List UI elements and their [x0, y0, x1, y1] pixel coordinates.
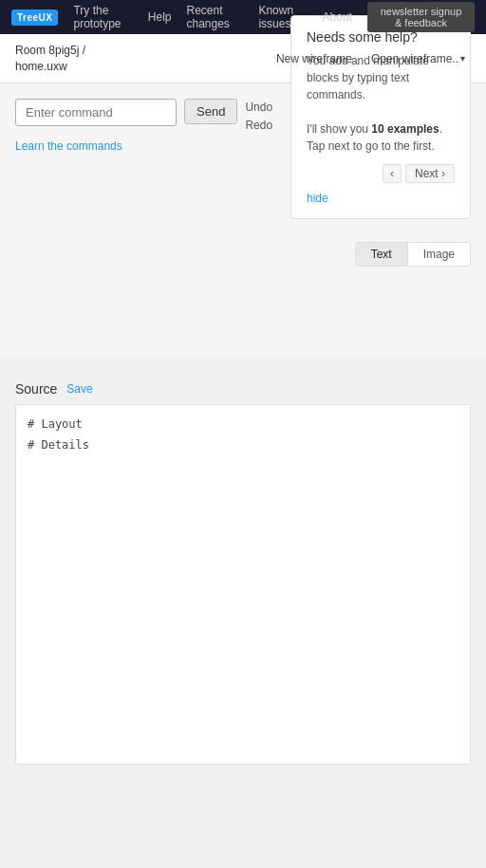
send-button[interactable]: Send: [184, 99, 237, 124]
help-next-button[interactable]: Next ›: [405, 164, 455, 183]
nav-known-issues[interactable]: Known issues: [258, 4, 307, 30]
main-content: Needs some help? You add and manipulate …: [0, 83, 486, 359]
new-wireframe-button[interactable]: New wireframe: [271, 48, 358, 69]
nav-try-prototype[interactable]: Try the prototype: [73, 4, 132, 30]
tab-text[interactable]: Text: [355, 242, 408, 267]
help-prev-button[interactable]: ‹: [383, 164, 402, 183]
nav-about[interactable]: About: [323, 10, 352, 24]
breadcrumb: Room 8pig5j / home.uxw: [15, 43, 85, 75]
navbar: TreeUX Try the prototype Help Recent cha…: [0, 0, 486, 34]
command-input-row: Send Undo Redo: [15, 99, 290, 135]
open-wireframe-button[interactable]: Open wireframe.. ▾: [365, 48, 471, 69]
chevron-down-icon: ▾: [460, 53, 465, 64]
source-title: Source: [15, 381, 57, 397]
learn-commands-link[interactable]: Learn the commands: [15, 139, 122, 153]
redo-button[interactable]: Redo: [245, 117, 272, 135]
newsletter-button[interactable]: newsletter signup & feedback: [367, 2, 475, 32]
command-help-row: Needs some help? You add and manipulate …: [15, 99, 471, 219]
source-header: Source Save: [15, 381, 471, 397]
nav-help[interactable]: Help: [148, 10, 172, 24]
breadcrumb-room: Room 8pig5j: [15, 44, 79, 57]
help-desc-prefix: I'll show you: [307, 122, 371, 136]
help-navigation: ‹ Next ›: [307, 164, 455, 183]
command-input[interactable]: [15, 99, 177, 126]
undo-button[interactable]: Undo: [245, 99, 272, 117]
breadcrumb-actions: New wireframe Open wireframe.. ▾: [271, 48, 471, 69]
bottom-section: Source Save # Layout # Details: [0, 366, 486, 783]
logo[interactable]: TreeUX: [11, 9, 58, 26]
undo-redo-controls: Undo Redo: [245, 99, 272, 135]
navbar-right: newsletter signup & feedback: [367, 2, 475, 32]
help-panel: Needs some help? You add and manipulate …: [290, 15, 471, 219]
save-link[interactable]: Save: [66, 382, 92, 396]
help-examples-count: 10 examples: [371, 122, 439, 136]
breadcrumb-separator: /: [83, 44, 85, 57]
help-hide-link[interactable]: hide: [307, 192, 328, 205]
breadcrumb-file: home.uxw: [15, 60, 67, 73]
tab-image[interactable]: Image: [408, 242, 471, 267]
nav-recent-changes[interactable]: Recent changes: [187, 4, 244, 30]
source-editor[interactable]: # Layout # Details: [15, 404, 471, 765]
block-type-tabs: Text Image: [15, 242, 471, 267]
